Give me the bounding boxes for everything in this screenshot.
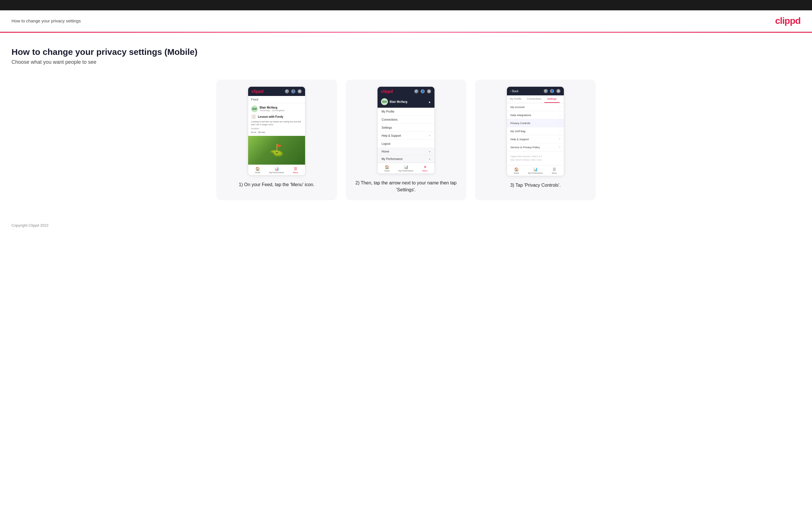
tab-close-2-label: Menu <box>422 170 427 172</box>
performance-icon: 📊 <box>274 167 279 171</box>
step-2-phone: clippd 🔍 👤 ⚙ BM Blair McHarg ▲ <box>377 87 435 174</box>
phone-1-nav-icons: 🔍 👤 ⚙ <box>285 89 302 93</box>
tab-performance-1[interactable]: 📊 My Performance <box>267 167 286 173</box>
chevron-performance: ▾ <box>429 158 430 161</box>
menu-item-settings-label: Settings <box>382 126 392 129</box>
settings-integrations-label: Data Integrations <box>510 113 531 117</box>
step-1-card: clippd 🔍 👤 ⚙ Feed BM Blair McHarg <box>216 79 337 200</box>
settings-icon-3[interactable]: ⚙ <box>556 89 560 93</box>
help-ext-icon: ↗ <box>428 134 430 137</box>
tab-menu-1-label: Menu <box>293 171 298 173</box>
golf-image: ⛳ <box>248 136 305 165</box>
phone-1-navbar: clippd 🔍 👤 ⚙ <box>248 87 305 96</box>
performance-icon-2: 📊 <box>404 165 408 169</box>
page-subheading: Choose what you want people to see <box>11 59 801 65</box>
phone-post: BM Blair McHarg Yesterday · Sunningdale … <box>248 103 305 136</box>
search-icon-2[interactable]: 🔍 <box>414 89 418 93</box>
tab-menu-3[interactable]: ☰ Menu <box>545 167 564 174</box>
step-2-caption: 2) Then, tap the arrow next to your name… <box>353 179 459 193</box>
top-bar <box>0 0 812 10</box>
tab-settings[interactable]: Settings <box>544 95 560 103</box>
post-header: BM Blair McHarg Yesterday · Sunningdale <box>251 105 302 112</box>
help-ext-icon-3: ↗ <box>558 138 560 140</box>
search-icon[interactable]: 🔍 <box>285 89 289 93</box>
profile-icon-2[interactable]: 👤 <box>421 89 425 93</box>
tab-menu-1[interactable]: ☰ Menu <box>286 167 305 173</box>
settings-item-account[interactable]: My Account › <box>507 103 564 111</box>
header-title: How to change your privacy settings <box>11 18 81 23</box>
settings-item-golf-bag[interactable]: My Golf Bag › <box>507 127 564 135</box>
phone-2-navbar: clippd 🔍 👤 ⚙ <box>377 87 435 96</box>
tab-home-3[interactable]: 🏠 Home <box>507 167 526 174</box>
menu-item-logout-label: Logout <box>382 142 391 145</box>
phone-1-logo: clippd <box>252 89 263 94</box>
menu-item-profile[interactable]: My Profile <box>377 108 435 116</box>
phone-1-bottom-bar: 🏠 Home 📊 My Performance ☰ Menu <box>248 165 305 175</box>
back-button[interactable]: ‹ Back <box>510 90 518 93</box>
menu-username: BM Blair McHarg <box>381 98 407 105</box>
menu-item-help-label: Help & Support <box>382 134 401 137</box>
settings-icon[interactable]: ⚙ <box>298 89 302 93</box>
tab-close-2[interactable]: ✕ Menu <box>415 165 435 172</box>
search-icon-3[interactable]: 🔍 <box>544 89 548 93</box>
phone-3-bottom-bar: 🏠 Home 📊 My Performance ☰ Menu <box>507 165 564 176</box>
menu-expand-arrow: ▲ <box>428 100 431 103</box>
section-item-performance[interactable]: My Performance ▾ <box>377 155 435 163</box>
step-3-caption: 3) Tap 'Privacy Controls'. <box>510 182 561 189</box>
menu-item-connections[interactable]: Connections <box>377 116 435 124</box>
tab-performance-3-label: My Performance <box>528 172 543 174</box>
duration-value: 01 hr : 30 min <box>251 131 302 133</box>
settings-service-label: Service & Privacy Policy <box>510 146 540 149</box>
service-ext-icon: ↗ <box>558 146 560 149</box>
menu-items-list: My Profile Connections Settings Help & S… <box>377 108 435 148</box>
chevron-privacy: › <box>560 122 560 125</box>
section-item-home[interactable]: Home ▾ <box>377 148 435 155</box>
settings-item-help[interactable]: Help & Support ↗ <box>507 135 564 143</box>
tab-performance-2[interactable]: 📊 My Performance <box>397 165 415 172</box>
lesson-title: Lesson with Fordy <box>258 115 283 118</box>
tab-connections[interactable]: Connections <box>524 95 544 103</box>
chevron-home: ▾ <box>429 150 430 153</box>
golfer-silhouette: ⛳ <box>269 143 284 157</box>
close-icon-2: ✕ <box>423 165 427 169</box>
menu-item-profile-label: My Profile <box>382 110 394 113</box>
lesson-icon: 📋 <box>251 114 256 119</box>
settings-golfbag-label: My Golf Bag <box>510 129 525 133</box>
tab-my-profile[interactable]: My Profile <box>507 95 524 103</box>
menu-item-help[interactable]: Help & Support ↗ <box>377 132 435 140</box>
settings-icon-2[interactable]: ⚙ <box>427 89 431 93</box>
version-info: Clippd Client Version: 2022.8.3-3 GQL Se… <box>507 151 564 165</box>
section-home-label: Home <box>382 150 389 153</box>
settings-item-integrations[interactable]: Data Integrations › <box>507 111 564 119</box>
header: How to change your privacy settings clip… <box>0 10 812 32</box>
tab-menu-3-label: Menu <box>552 172 557 174</box>
chevron-golfbag: › <box>560 130 560 133</box>
menu-item-settings[interactable]: Settings <box>377 124 435 132</box>
menu-user-header[interactable]: BM Blair McHarg ▲ <box>377 96 435 108</box>
phone-3-back-bar: ‹ Back 🔍 👤 ⚙ <box>507 87 564 95</box>
lesson-desc: Looking to feel like my hands are exitin… <box>251 120 302 126</box>
settings-account-label: My Account <box>510 105 524 109</box>
copyright: Copyright Clippd 2022 <box>11 223 49 227</box>
tab-performance-1-label: My Performance <box>269 171 284 173</box>
post-name: Blair McHarg <box>260 106 285 109</box>
menu-icon: ☰ <box>294 167 297 171</box>
performance-icon-3: 📊 <box>533 167 538 171</box>
version1: Clippd Client Version: 2022.8.3-3 <box>510 155 560 158</box>
tab-home-1[interactable]: 🏠 Home <box>248 167 267 173</box>
settings-privacy-label: Privacy Controls <box>510 121 530 125</box>
profile-icon[interactable]: 👤 <box>291 89 295 93</box>
avatar: BM <box>251 105 258 112</box>
phone-2-nav-icons: 🔍 👤 ⚙ <box>414 89 431 93</box>
menu-item-logout[interactable]: Logout <box>377 140 435 148</box>
settings-item-privacy[interactable]: Privacy Controls › <box>507 119 564 127</box>
profile-icon-3[interactable]: 👤 <box>550 89 554 93</box>
menu-avatar: BM <box>381 98 388 105</box>
settings-item-service[interactable]: Service & Privacy Policy ↗ <box>507 143 564 151</box>
page-heading: How to change your privacy settings (Mob… <box>11 47 801 57</box>
tab-performance-3[interactable]: 📊 My Performance <box>526 167 545 174</box>
tab-home-1-label: Home <box>255 171 260 173</box>
tab-home-2[interactable]: 🏠 Home <box>377 165 397 172</box>
tab-home-3-label: Home <box>514 172 519 174</box>
footer: Copyright Clippd 2022 <box>0 217 812 233</box>
